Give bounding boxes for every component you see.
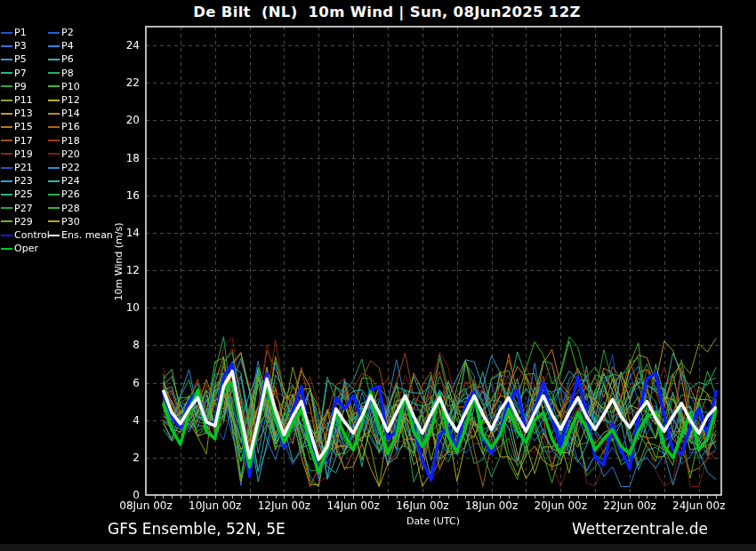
legend-item-p10: P10	[48, 80, 80, 93]
legend-swatch	[1, 45, 12, 47]
legend-item-p22: P22	[48, 161, 80, 174]
x-tick-label: 12Jun 00z	[244, 499, 324, 512]
legend-label: P4	[61, 39, 74, 52]
legend-item-ens-mean: Ens. mean	[48, 228, 113, 242]
legend-label: P9	[14, 80, 27, 93]
x-tick-label: 16Jun 00z	[382, 499, 462, 512]
legend-label: P27	[14, 202, 33, 215]
legend-label: P26	[61, 188, 80, 201]
legend-item-p11: P11	[1, 93, 33, 107]
legend-label: P8	[61, 67, 74, 80]
y-tick-label: 6	[109, 377, 140, 389]
legend-swatch	[48, 235, 60, 236]
legend-swatch	[1, 100, 12, 101]
legend-item-p3: P3	[1, 39, 27, 52]
legend-item-p26: P26	[48, 188, 80, 201]
legend-item-p18: P18	[48, 134, 80, 148]
legend-label: P28	[61, 202, 80, 215]
legend-swatch	[48, 167, 60, 169]
legend-swatch	[48, 100, 60, 101]
legend-swatch	[48, 113, 60, 115]
legend-swatch	[48, 180, 60, 182]
legend-label: P13	[14, 107, 33, 120]
legend-label: P17	[14, 134, 33, 148]
legend-label: P22	[61, 161, 80, 174]
legend-swatch	[1, 220, 12, 222]
x-tick-label: 14Jun 00z	[313, 499, 393, 512]
legend-swatch	[1, 153, 12, 155]
legend-label: Control	[14, 228, 50, 242]
legend-item-p19: P19	[1, 148, 33, 161]
y-axis-label: 10m Wind (m/s)	[113, 209, 125, 315]
legend-label: P21	[14, 161, 33, 174]
y-tick-label: 24	[109, 39, 140, 52]
legend-item-p5: P5	[1, 52, 27, 66]
legend-label: P7	[14, 67, 27, 80]
legend-item-p7: P7	[1, 67, 27, 80]
legend-swatch	[1, 72, 12, 74]
y-tick-label: 18	[109, 152, 140, 164]
legend-item-p15: P15	[1, 120, 33, 133]
legend-label: P24	[61, 174, 80, 188]
legend-label: P6	[61, 52, 74, 66]
legend-item-p9: P9	[1, 80, 27, 93]
y-tick-label: 20	[109, 114, 140, 126]
legend-label: P23	[14, 174, 33, 188]
legend-swatch	[48, 220, 60, 222]
legend-swatch	[48, 59, 60, 60]
legend-label: P5	[14, 52, 27, 66]
legend-label: Ens. mean	[61, 228, 113, 242]
x-tick-label: 18Jun 00z	[452, 499, 532, 512]
legend-item-p28: P28	[48, 202, 80, 215]
legend-item-p14: P14	[48, 107, 80, 120]
legend-swatch	[48, 72, 60, 74]
x-tick-label: 22Jun 00z	[590, 499, 670, 512]
legend-label: P30	[61, 215, 80, 228]
legend-label: P1	[14, 26, 27, 39]
legend-item-p16: P16	[48, 120, 80, 133]
legend-item-p2: P2	[48, 26, 74, 39]
legend-label: P19	[14, 148, 33, 161]
legend-item-p24: P24	[48, 174, 80, 188]
legend-swatch	[48, 207, 60, 209]
legend-swatch	[48, 85, 60, 87]
legend-swatch	[1, 235, 12, 236]
legend-item-p30: P30	[48, 215, 80, 228]
legend-label: Oper	[14, 242, 38, 255]
legend-label: P12	[61, 93, 80, 107]
legend-item-p6: P6	[48, 52, 74, 66]
legend-item-p1: P1	[1, 26, 27, 39]
legend-swatch	[1, 180, 12, 182]
x-axis-label: Date (UTC)	[389, 515, 478, 527]
legend-item-oper: Oper	[1, 242, 38, 255]
legend-swatch	[1, 59, 12, 60]
legend-swatch	[48, 140, 60, 141]
legend-swatch	[1, 167, 12, 169]
legend-item-p25: P25	[1, 188, 33, 201]
legend-label: P15	[14, 120, 33, 133]
legend-item-p8: P8	[48, 67, 74, 80]
legend-label: P16	[61, 120, 80, 133]
x-tick-label: 08Jun 00z	[106, 499, 186, 512]
legend-swatch	[48, 45, 60, 47]
x-tick-label: 10Jun 00z	[175, 499, 255, 512]
legend-label: P11	[14, 93, 33, 107]
legend-swatch	[1, 113, 12, 115]
legend-item-p21: P21	[1, 161, 33, 174]
legend-swatch	[1, 85, 12, 87]
y-tick-label: 22	[109, 76, 140, 89]
legend-item-p29: P29	[1, 215, 33, 228]
legend-label: P18	[61, 134, 80, 148]
legend-label: P10	[61, 80, 80, 93]
legend-swatch	[1, 207, 12, 209]
y-tick-label: 2	[109, 451, 140, 464]
y-tick-label: 8	[109, 339, 140, 351]
wind-ensemble-chart: De Bilt (NL) 10m Wind | Sun, 08Jun2025 1…	[0, 0, 756, 551]
legend-item-p12: P12	[48, 93, 80, 107]
legend-swatch	[1, 194, 12, 196]
legend-label: P14	[61, 107, 80, 120]
legend-swatch	[1, 32, 12, 34]
legend-item-control: Control	[1, 228, 50, 242]
legend-swatch	[48, 153, 60, 155]
legend-item-p4: P4	[48, 39, 74, 52]
